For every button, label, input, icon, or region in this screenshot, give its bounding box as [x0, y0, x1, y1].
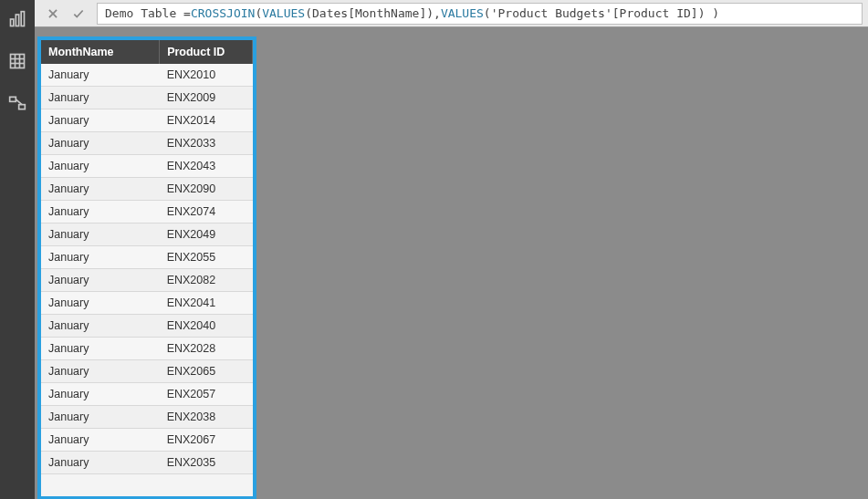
cell-productid[interactable]: ENX2038	[160, 406, 253, 429]
table-row[interactable]: JanuaryENX2010	[41, 64, 253, 87]
cell-monthname[interactable]: January	[41, 383, 160, 406]
cell-productid[interactable]: ENX2009	[160, 87, 253, 109]
table-row[interactable]: JanuaryENX2035	[41, 452, 253, 474]
table-row[interactable]: JanuaryENX2065	[41, 360, 253, 383]
cell-productid[interactable]: ENX2010	[160, 64, 253, 87]
cell-monthname[interactable]: January	[41, 292, 160, 315]
svg-rect-0	[11, 19, 14, 26]
formula-input[interactable]: Demo Table = CROSSJOIN ( VALUES ( Dates[…	[97, 3, 863, 25]
table-row[interactable]: JanuaryENX2009	[41, 87, 253, 109]
table-row[interactable]: JanuaryENX2028	[41, 338, 253, 360]
cell-monthname[interactable]: January	[41, 109, 160, 132]
cell-monthname[interactable]: January	[41, 429, 160, 452]
cell-productid[interactable]: ENX2074	[160, 201, 253, 224]
cell-productid[interactable]: ENX2067	[160, 429, 253, 452]
cell-monthname[interactable]: January	[41, 178, 160, 201]
table-row[interactable]: JanuaryENX2038	[41, 406, 253, 429]
cell-monthname[interactable]: January	[41, 201, 160, 224]
formula-token-paren3: ),	[426, 6, 441, 20]
table-row[interactable]: JanuaryENX2040	[41, 315, 253, 338]
cell-productid[interactable]: ENX2065	[160, 360, 253, 383]
cell-productid[interactable]: ENX2040	[160, 315, 253, 338]
content-area: MonthName Product ID JanuaryENX2010Janua…	[35, 27, 868, 499]
table-header-row: MonthName Product ID	[41, 40, 253, 64]
table-row[interactable]: JanuaryENX2049	[41, 224, 253, 246]
table-row[interactable]: JanuaryENX2067	[41, 429, 253, 452]
formula-commit-button[interactable]	[66, 2, 91, 26]
cell-productid[interactable]: ENX2014	[160, 109, 253, 132]
formula-token-paren2: (	[305, 6, 312, 20]
data-table-highlight: MonthName Product ID JanuaryENX2010Janua…	[37, 36, 256, 499]
svg-rect-3	[11, 55, 25, 68]
cell-productid[interactable]: ENX2041	[160, 292, 253, 315]
table-row[interactable]: JanuaryENX2014	[41, 109, 253, 132]
cell-monthname[interactable]: January	[41, 246, 160, 269]
table-row[interactable]: JanuaryENX2041	[41, 292, 253, 315]
formula-token-paren4: (	[484, 6, 491, 20]
cell-monthname[interactable]: January	[41, 452, 160, 474]
data-table: MonthName Product ID JanuaryENX2010Janua…	[41, 40, 253, 474]
cell-productid[interactable]: ENX2035	[160, 452, 253, 474]
cell-monthname[interactable]: January	[41, 64, 160, 87]
formula-token-ref2: 'Product Budgets'[Product ID]	[491, 6, 698, 20]
formula-token-prefix: Demo Table =	[105, 6, 191, 20]
cell-productid[interactable]: ENX2090	[160, 178, 253, 201]
table-row[interactable]: JanuaryENX2090	[41, 178, 253, 201]
cell-monthname[interactable]: January	[41, 155, 160, 178]
table-row[interactable]: JanuaryENX2074	[41, 201, 253, 224]
svg-rect-1	[16, 15, 18, 26]
cell-productid[interactable]: ENX2043	[160, 155, 253, 178]
cell-monthname[interactable]: January	[41, 269, 160, 292]
cell-productid[interactable]: ENX2049	[160, 224, 253, 246]
table-row[interactable]: JanuaryENX2033	[41, 132, 253, 155]
formula-bar: Demo Table = CROSSJOIN ( VALUES ( Dates[…	[35, 0, 868, 27]
formula-token-kw3: VALUES	[441, 6, 484, 20]
col-header-productid[interactable]: Product ID	[160, 40, 253, 64]
nav-rail	[0, 0, 35, 499]
formula-token-paren5: ) )	[698, 6, 719, 20]
cell-monthname[interactable]: January	[41, 224, 160, 246]
formula-token-kw1: CROSSJOIN	[191, 6, 255, 20]
cell-monthname[interactable]: January	[41, 406, 160, 429]
cell-productid[interactable]: ENX2057	[160, 383, 253, 406]
svg-rect-8	[10, 97, 16, 101]
formula-token-paren1: (	[255, 6, 262, 20]
table-row[interactable]: JanuaryENX2055	[41, 246, 253, 269]
cell-monthname[interactable]: January	[41, 132, 160, 155]
model-view-icon[interactable]	[7, 93, 27, 113]
table-row[interactable]: JanuaryENX2057	[41, 383, 253, 406]
cell-productid[interactable]: ENX2028	[160, 338, 253, 360]
data-view-icon[interactable]	[7, 51, 27, 71]
table-row[interactable]: JanuaryENX2082	[41, 269, 253, 292]
cell-productid[interactable]: ENX2033	[160, 132, 253, 155]
formula-cancel-button[interactable]	[40, 2, 66, 26]
svg-line-10	[16, 99, 22, 105]
svg-rect-9	[19, 105, 26, 109]
cell-monthname[interactable]: January	[41, 87, 160, 109]
cell-productid[interactable]: ENX2082	[160, 269, 253, 292]
table-row[interactable]: JanuaryENX2043	[41, 155, 253, 178]
main-area: Demo Table = CROSSJOIN ( VALUES ( Dates[…	[35, 0, 868, 499]
cell-monthname[interactable]: January	[41, 338, 160, 360]
cell-monthname[interactable]: January	[41, 315, 160, 338]
report-view-icon[interactable]	[7, 9, 27, 29]
col-header-monthname[interactable]: MonthName	[41, 40, 160, 64]
formula-token-ref1: Dates[MonthName]	[312, 6, 426, 20]
cell-productid[interactable]: ENX2055	[160, 246, 253, 269]
cell-monthname[interactable]: January	[41, 360, 160, 383]
svg-rect-2	[21, 12, 24, 26]
formula-token-kw2: VALUES	[262, 6, 305, 20]
